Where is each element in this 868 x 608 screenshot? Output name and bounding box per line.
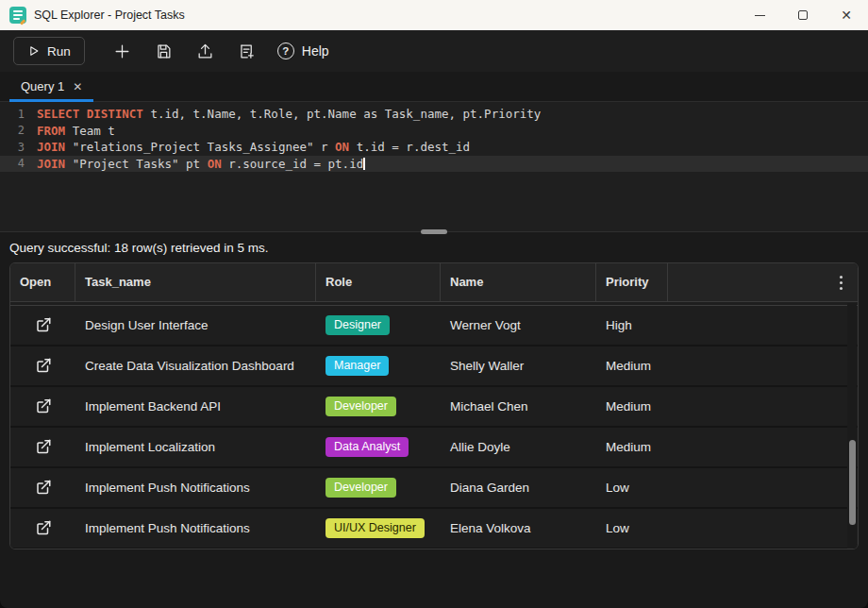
minimize-button[interactable]: [738, 0, 781, 30]
code-text: JOIN "Project Tasks" pt ON r.source_id =…: [37, 157, 365, 171]
role-cell: UI/UX Designer: [316, 518, 441, 538]
open-record-button[interactable]: [35, 519, 52, 536]
column-header-filler: [668, 263, 858, 301]
task-name-cell: Implement Push Notifications: [75, 481, 316, 495]
code-line[interactable]: 2FROM Team t: [0, 123, 868, 140]
line-number: 1: [0, 108, 25, 121]
column-header-name[interactable]: Name: [441, 263, 596, 301]
name-cell: Shelly Waller: [441, 359, 596, 373]
priority-cell: Medium: [596, 440, 668, 454]
code-text: FROM Team t: [37, 124, 115, 138]
save-icon: [155, 42, 173, 60]
tab-query-1[interactable]: Query 1 ✕: [9, 72, 93, 101]
table-row: Implement Localization Data Analyst Alli…: [10, 428, 858, 468]
tab-bar: Query 1 ✕: [0, 72, 868, 102]
column-header-task-name[interactable]: Task_name: [75, 263, 316, 301]
splitter-grip-icon[interactable]: [421, 229, 447, 234]
column-header-priority[interactable]: Priority: [596, 263, 668, 301]
external-link-icon: [35, 479, 52, 496]
task-name-cell: Implement Push Notifications: [75, 521, 316, 535]
close-button[interactable]: ✕: [825, 0, 868, 30]
role-cell: Data Analyst: [316, 437, 441, 457]
export-icon: [196, 42, 214, 60]
new-query-button[interactable]: [226, 34, 268, 68]
new-tab-button[interactable]: [102, 34, 143, 68]
external-link-icon: [35, 519, 52, 536]
open-cell: [10, 357, 75, 374]
role-badge: Developer: [326, 397, 396, 416]
save-button[interactable]: [143, 34, 185, 68]
role-badge: Data Analyst: [326, 437, 409, 457]
open-record-button[interactable]: [35, 479, 52, 496]
role-cell: Manager: [316, 356, 441, 376]
priority-cell: Low: [596, 521, 668, 535]
help-circle-icon: ?: [277, 42, 294, 59]
app-window: SQL Explorer - Project Tasks ✕ Run ? Hel…: [0, 0, 868, 608]
table-row: Implement Push Notifications UI/UX Desig…: [10, 509, 858, 549]
priority-cell: Low: [596, 481, 668, 495]
open-cell: [10, 438, 75, 455]
task-name-cell: Implement Localization: [75, 440, 316, 454]
external-link-icon: [35, 438, 52, 455]
vertical-scrollbar-thumb[interactable]: [849, 440, 856, 525]
external-link-icon: [35, 316, 52, 333]
code-text: JOIN "relations_Project Tasks_Assignee" …: [37, 140, 470, 154]
results-section: Open Task_name Role Name Priority Design…: [0, 262, 868, 608]
table-menu-kebab-icon[interactable]: [840, 276, 843, 293]
table-row: Implement Push Notifications Developer D…: [10, 468, 858, 509]
line-number: 3: [0, 141, 25, 154]
name-cell: Werner Vogt: [441, 318, 596, 332]
task-name-cell: Create Data Visualization Dashboard: [75, 359, 316, 373]
toolbar: Run ? Help: [0, 30, 868, 72]
sql-editor[interactable]: 1SELECT DISTINCT t.id, t.Name, t.Role, p…: [0, 102, 868, 231]
code-line[interactable]: 1SELECT DISTINCT t.id, t.Name, t.Role, p…: [0, 106, 868, 123]
open-cell: [10, 316, 75, 333]
name-cell: Allie Doyle: [441, 440, 596, 454]
titlebar: SQL Explorer - Project Tasks ✕: [0, 0, 868, 30]
priority-cell: High: [596, 318, 668, 332]
open-cell: [10, 519, 75, 536]
line-number: 4: [0, 157, 25, 170]
role-badge: Designer: [326, 315, 390, 335]
table-body: Design User Interface Designer Werner Vo…: [10, 306, 858, 549]
new-query-icon: [238, 42, 256, 60]
role-cell: Developer: [316, 478, 441, 498]
play-icon: [27, 44, 40, 58]
status-message: Query successful: 18 row(s) retrieved in…: [9, 241, 269, 255]
export-button[interactable]: [185, 34, 226, 68]
role-cell: Developer: [316, 397, 441, 416]
status-bar: Query successful: 18 row(s) retrieved in…: [0, 234, 868, 262]
help-label: Help: [302, 43, 329, 59]
app-logo-icon: [9, 7, 26, 24]
table-row: Implement Backend API Developer Michael …: [10, 387, 858, 428]
tab-close-icon[interactable]: ✕: [73, 81, 82, 93]
priority-cell: Medium: [596, 399, 668, 414]
close-icon: ✕: [841, 8, 852, 22]
task-name-cell: Implement Backend API: [75, 399, 316, 414]
table-row: Create Data Visualization Dashboard Mana…: [10, 346, 858, 387]
text-cursor: [363, 158, 365, 170]
name-cell: Michael Chen: [441, 399, 596, 414]
name-cell: Diana Garden: [441, 481, 596, 495]
minimize-icon: [755, 15, 765, 16]
open-record-button[interactable]: [35, 438, 52, 455]
column-header-open[interactable]: Open: [10, 263, 75, 301]
tab-label: Query 1: [21, 79, 64, 93]
run-button[interactable]: Run: [13, 37, 85, 65]
open-record-button[interactable]: [35, 357, 52, 374]
pane-splitter[interactable]: [0, 231, 868, 234]
open-record-button[interactable]: [35, 397, 52, 414]
role-badge: Manager: [326, 356, 389, 376]
code-line[interactable]: 4JOIN "Project Tasks" pt ON r.source_id …: [0, 156, 868, 173]
table-header-row: Open Task_name Role Name Priority: [10, 263, 858, 302]
window-title: SQL Explorer - Project Tasks: [34, 8, 185, 22]
maximize-button[interactable]: [781, 0, 825, 30]
open-cell: [10, 397, 75, 414]
open-record-button[interactable]: [35, 316, 52, 333]
role-badge: UI/UX Designer: [326, 518, 425, 538]
column-header-role[interactable]: Role: [316, 263, 441, 301]
name-cell: Elena Volkova: [441, 521, 596, 535]
help-button[interactable]: ? Help: [277, 42, 329, 59]
code-line[interactable]: 3JOIN "relations_Project Tasks_Assignee"…: [0, 139, 868, 156]
priority-cell: Medium: [596, 359, 668, 373]
